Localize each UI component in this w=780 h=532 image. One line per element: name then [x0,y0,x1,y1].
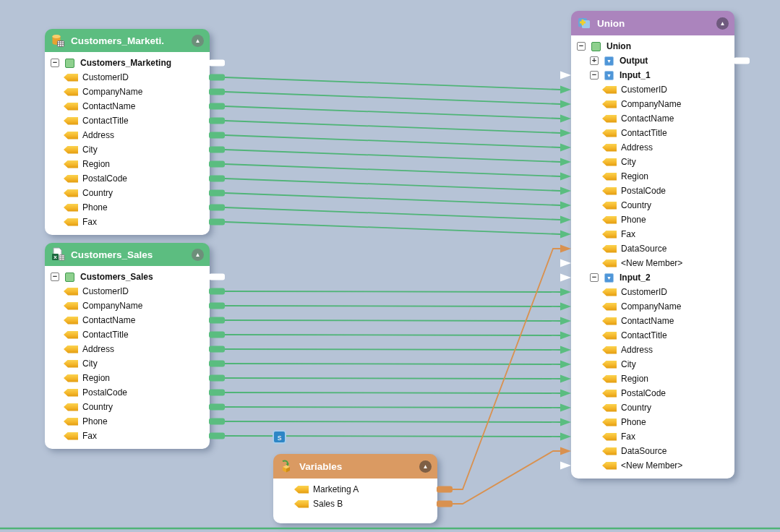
field-row[interactable]: Region [571,169,734,184]
field-connector-stub[interactable] [209,303,225,309]
connection-line[interactable] [225,335,560,335]
field-row[interactable]: CompanyName [571,299,734,314]
field-row[interactable]: DataSource [571,444,734,458]
connection-line[interactable] [225,306,560,306]
output-connector-stub[interactable] [734,58,750,64]
field-connector-stub[interactable] [209,346,225,353]
field-row[interactable]: ContactName [571,111,734,126]
field-connector-stub[interactable] [209,161,225,168]
field-connector-stub[interactable] [209,375,225,382]
field-connector-stub[interactable] [209,404,225,411]
variable-connection-line[interactable] [453,249,560,489]
node-header-customers-marketing[interactable]: Customers_Marketi. ▲ [45,29,210,52]
field-row[interactable]: Phone [571,415,734,429]
connection-line[interactable] [225,193,560,205]
field-row[interactable]: Address [45,128,210,142]
field-row[interactable]: ContactName [45,313,210,327]
field-connector-stub[interactable] [209,419,225,425]
field-connector-stub[interactable] [209,205,225,211]
tree-expander-icon[interactable]: − [51,273,59,281]
field-row[interactable]: CustomerID [45,284,210,299]
field-row[interactable]: ContactTitle [571,126,734,140]
table-root-row[interactable]: −Customers_Sales [45,270,210,284]
field-connector-stub[interactable] [209,190,225,197]
field-row[interactable]: Fax [571,227,734,241]
table-connector-stub[interactable] [209,60,225,66]
connection-line[interactable] [225,392,560,393]
collapse-button[interactable]: ▲ [716,17,729,30]
field-connector-stub[interactable] [209,103,225,110]
field-connector-stub[interactable] [209,219,225,226]
field-connector-stub[interactable] [209,74,225,81]
field-row[interactable]: ContactTitle [45,327,210,342]
collapse-button[interactable]: ▲ [192,249,204,261]
connection-line[interactable] [225,349,560,350]
node-customers-sales[interactable]: x Customers_Sales ▲ −Customers_SalesCust… [45,243,210,449]
group-row-input_1[interactable]: −▼Input_1 [571,68,734,82]
field-row[interactable]: City [45,356,210,371]
field-row[interactable]: DataSource [571,241,734,256]
connection-line[interactable] [225,121,560,133]
field-row[interactable]: Address [571,140,734,155]
field-row[interactable]: Phone [45,414,210,429]
connection-line[interactable] [225,364,560,364]
field-row[interactable]: Fax [571,429,734,444]
field-row[interactable]: Country [45,400,210,414]
tree-expander-icon[interactable]: + [590,56,599,65]
collapse-button[interactable]: ▲ [192,35,204,47]
field-row[interactable]: Fax [45,429,210,443]
field-row[interactable]: PostalCode [45,385,210,400]
field-row[interactable]: ContactTitle [571,328,734,343]
connection-line[interactable] [225,179,560,191]
field-connector-stub[interactable] [209,288,225,295]
field-connector-stub[interactable] [209,317,225,324]
field-connector-stub[interactable] [209,89,225,95]
variable-connection-line[interactable] [453,451,560,504]
field-connector-stub[interactable] [209,390,225,396]
tree-expander-icon[interactable]: − [577,42,586,51]
field-row[interactable]: Country [45,186,210,200]
connection-line[interactable] [225,407,560,408]
field-row[interactable]: Phone [45,200,210,215]
field-row[interactable]: City [571,155,734,169]
field-row[interactable]: CustomerID [45,70,210,85]
node-variables[interactable]: Variables ▲ Marketing ASales B [273,454,437,523]
field-row[interactable]: Country [571,198,734,213]
table-connector-stub[interactable] [209,274,225,280]
connection-line[interactable] [225,291,560,292]
node-union[interactable]: Union ▲ −Union+▼Output−▼Input_1CustomerI… [571,11,734,479]
group-row-output[interactable]: +▼Output [571,53,734,68]
field-row[interactable]: Sales B [273,497,437,511]
field-connector-stub[interactable] [209,332,225,338]
mapping-canvas[interactable]: Customers_Marketi. ▲ −Customers_Marketin… [0,0,780,532]
field-row[interactable]: CompanyName [45,299,210,313]
field-row[interactable]: ContactTitle [45,113,210,128]
field-connector-stub[interactable] [209,132,225,139]
field-connector-stub[interactable] [209,176,225,182]
tree-expander-icon[interactable]: − [590,71,599,80]
field-row[interactable]: CompanyName [45,85,210,99]
field-connector-stub[interactable] [209,147,225,153]
field-row[interactable]: Fax [45,215,210,229]
connection-line[interactable] [225,421,560,422]
field-row[interactable]: CustomerID [571,82,734,97]
field-row[interactable]: Region [45,157,210,171]
field-row[interactable]: <New Member> [571,256,734,270]
table-root-row[interactable]: −Union [571,39,734,53]
group-row-input_2[interactable]: −▼Input_2 [571,270,734,285]
field-connector-stub[interactable] [209,118,225,124]
variable-connector-stub[interactable] [437,501,453,507]
field-row[interactable]: PostalCode [571,184,734,198]
field-row[interactable]: PostalCode [571,386,734,400]
table-root-row[interactable]: −Customers_Marketing [45,56,210,70]
field-row[interactable]: Address [45,342,210,356]
field-row[interactable]: ContactName [571,314,734,328]
connection-line[interactable] [225,77,560,90]
field-row[interactable]: City [571,357,734,372]
connection-line[interactable] [225,135,560,147]
node-customers-marketing[interactable]: Customers_Marketi. ▲ −Customers_Marketin… [45,29,210,235]
connection-line[interactable] [225,378,560,379]
collapse-button[interactable]: ▲ [419,460,432,473]
connection-line[interactable] [225,320,560,321]
node-header-variables[interactable]: Variables ▲ [273,454,437,479]
